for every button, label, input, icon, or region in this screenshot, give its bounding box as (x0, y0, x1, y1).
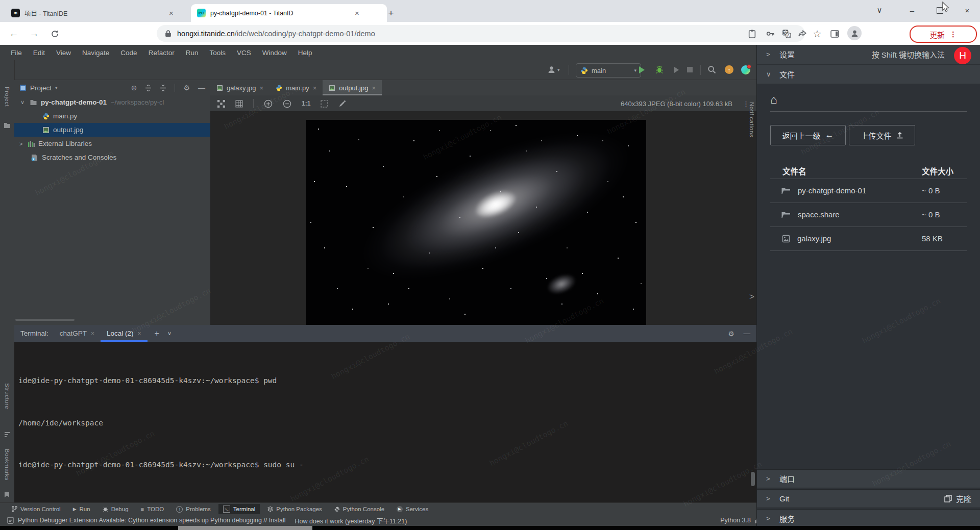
python-interpreter[interactable]: Python 3.8 (720, 517, 751, 524)
menu-edit[interactable]: Edit (28, 49, 51, 57)
tab-close-icon[interactable]: × (167, 9, 175, 17)
user-avatar[interactable]: H (954, 47, 971, 64)
browser-tab-projects[interactable]: ‹t› 项目 - TitanIDE × (5, 4, 202, 22)
ide-update-icon[interactable]: ↑ (725, 65, 733, 74)
actual-size-button[interactable]: 1:1 (302, 100, 310, 107)
locate-file-icon[interactable]: ⊕ (131, 84, 137, 92)
terminal-tab-local[interactable]: Local (2) × (101, 325, 148, 342)
back-icon[interactable]: ← (6, 26, 21, 41)
side-panel-icon[interactable] (828, 27, 841, 40)
run-button[interactable] (639, 66, 645, 73)
dropdown-icon[interactable]: ▾ (55, 85, 58, 90)
project-panel-title[interactable]: Project (30, 84, 52, 92)
titanide-assistant-icon[interactable] (741, 65, 750, 74)
expand-all-icon[interactable] (145, 85, 152, 91)
folder-icon[interactable] (4, 122, 11, 129)
url-field[interactable]: hongxi.titanide.cn/ide/web/coding/py-cha… (157, 25, 805, 42)
browser-menu-icon[interactable]: ⋮ (950, 30, 957, 38)
git-clone-button[interactable]: 克隆 (944, 493, 971, 504)
home-icon[interactable]: ⌂ (770, 93, 777, 107)
menu-navigate[interactable]: Navigate (77, 49, 115, 57)
close-icon[interactable]: × (372, 84, 376, 92)
tree-row-external-libraries[interactable]: > External Libraries (14, 137, 210, 150)
toolwindow-version-control[interactable]: Version Control (7, 504, 65, 514)
toolwindow-python-packages[interactable]: Python Packages (263, 504, 327, 514)
translate-icon[interactable]: 文A (780, 27, 793, 40)
browser-update-button[interactable]: 更新 ⋮ (910, 26, 977, 43)
stripe-structure-label[interactable]: Structure (4, 383, 10, 409)
search-everywhere-button[interactable] (707, 65, 716, 74)
terminal-tab-chatgpt[interactable]: chatGPT × (54, 325, 101, 342)
share-icon[interactable] (796, 27, 809, 40)
menu-run[interactable]: Run (180, 49, 204, 57)
run-configuration-select[interactable]: main ▾ (576, 63, 641, 78)
tab-close-icon[interactable]: × (353, 9, 361, 17)
toolwindow-terminal[interactable]: >_ Terminal (218, 504, 260, 514)
file-row-space-share[interactable]: space.share ~ 0 B (770, 203, 967, 227)
hide-terminal-icon[interactable]: — (744, 330, 751, 337)
toolwindow-run[interactable]: ▶ Run (68, 504, 95, 514)
file-row-demo-folder[interactable]: py-chatgpt-demo-01 ~ 0 B (770, 179, 967, 203)
new-tab-button[interactable]: + (384, 6, 398, 20)
browser-tab-ide[interactable]: PC py-chatgpt-demo-01 - TitanID × (191, 4, 387, 22)
status-message-link[interactable]: How does it work (yesterday 下午11:21) (295, 516, 407, 525)
menu-window[interactable]: Window (257, 49, 292, 57)
terminal-output[interactable]: ide@ide-py-chatgpt-demo-01-c86945d5-k4sz… (14, 342, 756, 502)
grid-icon[interactable] (235, 100, 243, 108)
status-message[interactable]: Python Debugger Extension Available: Cyt… (18, 517, 285, 524)
upload-file-button[interactable]: 上传文件 (849, 125, 915, 145)
window-minimize-button[interactable]: – (900, 0, 924, 20)
menu-tools[interactable]: Tools (204, 49, 231, 57)
selection-icon[interactable] (321, 100, 328, 108)
tree-row-scratches[interactable]: Scratches and Consoles (14, 150, 210, 164)
expand-right-panel-icon[interactable]: > (749, 292, 754, 302)
bookmark-icon[interactable] (4, 491, 10, 498)
structure-icon[interactable] (4, 432, 10, 438)
services-section-header[interactable]: > 服务 (757, 509, 980, 528)
toolwindow-debug[interactable]: Debug (98, 504, 133, 514)
toolwindow-python-console[interactable]: Python Console (330, 504, 389, 514)
stripe-project-label[interactable]: Project (4, 87, 10, 107)
run-coverage-button[interactable] (673, 66, 680, 73)
menu-help[interactable]: Help (292, 49, 318, 57)
new-terminal-icon[interactable]: + (155, 329, 159, 338)
tree-row-output-jpg[interactable]: output.jpg (14, 123, 210, 137)
close-icon[interactable]: × (260, 84, 264, 92)
terminal-dropdown-icon[interactable]: ∨ (167, 330, 172, 337)
editor-tab-galaxy[interactable]: galaxy.jpg × (210, 80, 270, 95)
chevron-right-icon[interactable]: > (19, 141, 24, 147)
tree-row-main-py[interactable]: main.py (14, 109, 210, 123)
user-accounts-button[interactable]: ▾ (547, 65, 560, 74)
menu-code[interactable]: Code (115, 49, 142, 57)
terminal-scrollbar[interactable] (751, 472, 755, 486)
horizontal-scrollbar[interactable] (15, 319, 75, 321)
chevron-down-icon[interactable]: ∨ (20, 99, 26, 106)
stripe-bookmarks-label[interactable]: Bookmarks (4, 449, 10, 481)
collapse-all-icon[interactable] (160, 85, 166, 91)
reload-icon[interactable] (47, 26, 62, 41)
zoom-in-icon[interactable] (264, 99, 273, 108)
eyedropper-icon[interactable] (338, 99, 347, 108)
terminal-settings-icon[interactable]: ⚙ (728, 330, 734, 338)
tab-search-icon[interactable]: ∨ (868, 0, 891, 20)
settings-gear-icon[interactable]: ⚙ (183, 84, 190, 92)
file-row-galaxy-jpg[interactable]: galaxy.jpg 58 KB (770, 226, 967, 251)
editor-tab-output-jpg[interactable]: output.jpg × (323, 80, 382, 95)
event-log-icon[interactable] (7, 517, 14, 524)
git-section-header[interactable]: > Git 克隆 (757, 489, 980, 508)
hide-panel-icon[interactable]: — (198, 84, 205, 92)
settings-section-header[interactable]: > 设置 按 Shift 键切换输入法 (757, 45, 980, 64)
menu-vcs[interactable]: VCS (231, 49, 257, 57)
editor-tab-main-py[interactable]: main.py × (270, 80, 323, 95)
debug-button[interactable] (655, 65, 664, 74)
toolwindow-todo[interactable]: ≡ TODO (136, 504, 169, 514)
files-section-header[interactable]: ∨ 文件 (757, 65, 980, 84)
galaxy-image[interactable] (306, 120, 646, 325)
forward-icon[interactable]: → (27, 26, 42, 41)
password-key-icon[interactable] (764, 27, 777, 40)
toolwindow-services[interactable]: ▶ Services (392, 504, 433, 514)
fit-zoom-icon[interactable] (217, 100, 225, 108)
menu-view[interactable]: View (51, 49, 77, 57)
stop-button[interactable] (687, 67, 693, 72)
ports-section-header[interactable]: > 端口 (757, 469, 980, 488)
